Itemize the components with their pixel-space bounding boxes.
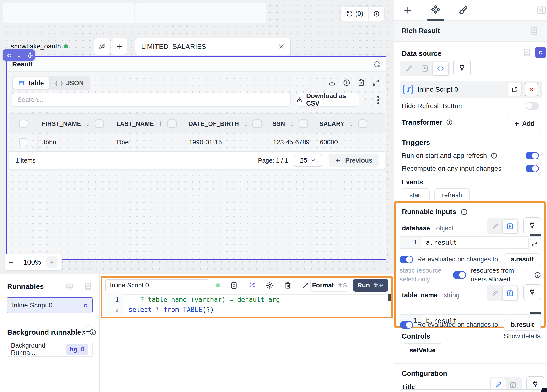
page-size-select[interactable]: 25 xyxy=(294,154,322,167)
info-icon[interactable] xyxy=(460,208,468,216)
script-name-input[interactable] xyxy=(110,282,204,289)
title-input[interactable] xyxy=(400,389,542,392)
static-mode-pencil-icon[interactable] xyxy=(488,220,503,233)
format-button[interactable]: Format ⌘S xyxy=(310,279,349,292)
tab-json[interactable]: { } JSON xyxy=(50,77,89,89)
editor-scrollbar-thumb[interactable] xyxy=(388,294,391,301)
open-script-external-button[interactable] xyxy=(508,83,522,96)
select-all-checkbox[interactable] xyxy=(19,120,27,128)
info-icon[interactable] xyxy=(491,152,497,159)
column-toggle[interactable] xyxy=(167,119,177,128)
expand-down-icon[interactable] xyxy=(16,52,22,58)
reeval-toggle[interactable] xyxy=(400,256,413,263)
code-mode-icon[interactable] xyxy=(433,62,448,75)
run-button[interactable]: Run ⌘↵ xyxy=(353,279,388,292)
doc-icon[interactable] xyxy=(529,26,539,36)
component-ref-badge[interactable]: c xyxy=(535,47,546,58)
run-on-start-toggle[interactable] xyxy=(526,152,539,159)
sort-icon[interactable] xyxy=(348,121,354,127)
show-details-link[interactable]: Show details xyxy=(504,332,540,340)
reeval-target-pill[interactable]: a.result xyxy=(504,253,540,265)
runnable-item-inline-script-0[interactable]: Inline Script 0 c xyxy=(7,297,93,313)
reeval-target-pill[interactable]: b.result xyxy=(504,319,541,331)
column-toggle[interactable] xyxy=(358,119,367,128)
history-button[interactable] xyxy=(369,7,384,20)
tab-table[interactable]: Table xyxy=(13,77,49,89)
column-toggle[interactable] xyxy=(253,119,262,128)
expand-editor-icon[interactable] xyxy=(302,282,310,289)
refresh-result-icon[interactable] xyxy=(373,61,381,68)
style-tab-brush-icon[interactable] xyxy=(458,5,468,15)
collapse-panel-icon[interactable] xyxy=(536,5,547,15)
info-icon[interactable] xyxy=(343,79,350,86)
expand-expr-icon[interactable] xyxy=(528,237,541,250)
clear-icon[interactable] xyxy=(278,43,285,50)
settings-gear-icon[interactable] xyxy=(266,282,274,289)
empty-component-b[interactable] xyxy=(136,3,266,23)
table-select-input[interactable] xyxy=(141,43,278,51)
collapse-all-icon[interactable] xyxy=(64,282,75,291)
database-icon[interactable] xyxy=(230,282,238,289)
sort-icon[interactable] xyxy=(289,121,295,127)
control-pill-setvalue[interactable]: setValue xyxy=(402,343,443,357)
result-search-input[interactable] xyxy=(17,96,285,104)
static-mode-pencil-icon[interactable] xyxy=(401,62,417,75)
info-icon[interactable] xyxy=(534,272,541,279)
column-toggle[interactable] xyxy=(95,119,104,128)
function-mode-icon[interactable] xyxy=(503,220,517,233)
previous-page-button[interactable]: Previous xyxy=(329,154,379,167)
doc-list-icon[interactable] xyxy=(83,282,93,291)
connect-input-plug-button[interactable] xyxy=(453,60,471,75)
download-icon[interactable] xyxy=(328,79,336,86)
zoom-out-button[interactable]: − xyxy=(9,257,18,267)
result-component[interactable]: c Result Table { } JSON xyxy=(6,56,386,260)
component-id-pill[interactable]: c xyxy=(3,49,35,61)
reeval-toggle[interactable] xyxy=(400,321,413,329)
sort-icon[interactable] xyxy=(158,121,163,127)
hide-refresh-toggle[interactable] xyxy=(526,102,539,110)
database-expr-editor[interactable]: 1 a.result xyxy=(400,236,541,249)
download-csv-button[interactable]: Download as CSV xyxy=(296,93,360,107)
background-runnable-item[interactable]: Background Runna... bg_0 xyxy=(7,342,93,357)
anchor-icon[interactable] xyxy=(27,52,34,58)
remove-script-button[interactable] xyxy=(525,83,538,96)
event-pill-refresh[interactable]: refresh xyxy=(435,188,470,202)
unlink-button[interactable] xyxy=(94,38,110,55)
empty-component-a[interactable] xyxy=(3,3,135,23)
insert-tab-plus-icon[interactable] xyxy=(403,5,413,15)
code-line-1[interactable]: -- ? table_name (varchar) = default arg xyxy=(124,294,391,304)
event-pill-start[interactable]: start xyxy=(402,188,430,202)
function-mode-icon[interactable] xyxy=(503,286,517,300)
clipboard-paste-icon[interactable] xyxy=(358,79,365,86)
add-button[interactable] xyxy=(111,38,127,55)
add-background-runnable-button[interactable] xyxy=(82,325,94,337)
doc-icon[interactable] xyxy=(522,48,532,57)
static-mode-pencil-icon[interactable] xyxy=(488,286,503,300)
sql-text: (?) xyxy=(202,306,214,313)
components-tab-icon[interactable] xyxy=(430,4,441,16)
recompute-toggle[interactable] xyxy=(526,165,539,172)
ai-wand-icon[interactable] xyxy=(248,282,256,289)
sql-code-editor[interactable]: 1 2 -- ? table_name (varchar) = default … xyxy=(102,293,391,316)
add-transformer-button[interactable]: Add xyxy=(508,117,540,130)
section-divider xyxy=(394,363,547,364)
sort-icon[interactable] xyxy=(85,121,91,127)
code-line-2[interactable]: select * from TABLE(?) xyxy=(124,304,391,314)
sort-icon[interactable] xyxy=(243,121,249,127)
more-options-button[interactable] xyxy=(373,95,383,105)
connect-input-plug-button[interactable] xyxy=(523,217,541,233)
zoom-in-button[interactable]: + xyxy=(46,257,58,268)
column-toggle[interactable] xyxy=(299,119,308,128)
table-name-mode-group xyxy=(486,285,519,301)
expand-icon[interactable] xyxy=(372,79,380,86)
refresh-all-button[interactable]: (0) xyxy=(341,7,369,20)
info-icon[interactable] xyxy=(446,119,453,126)
data-source-script-row[interactable]: f Inline Script 0 xyxy=(400,81,542,98)
row-checkbox[interactable] xyxy=(19,138,27,146)
delete-trash-icon[interactable] xyxy=(284,282,292,289)
table-row[interactable]: John Doe 1990-01-15 123-45-6789 60000 xyxy=(9,134,385,152)
function-mode-icon[interactable] xyxy=(417,62,433,75)
connect-input-plug-button[interactable] xyxy=(523,284,541,300)
line-number: 1 xyxy=(400,237,422,248)
resources-from-users-toggle[interactable] xyxy=(453,271,466,279)
